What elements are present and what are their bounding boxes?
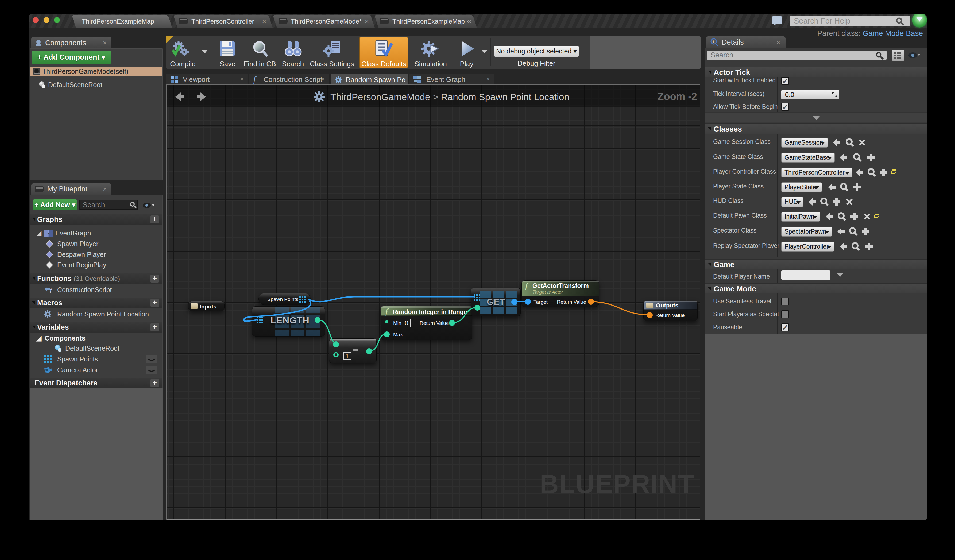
svg-text:f: f (50, 287, 52, 294)
svg-text:i: i (712, 39, 714, 44)
